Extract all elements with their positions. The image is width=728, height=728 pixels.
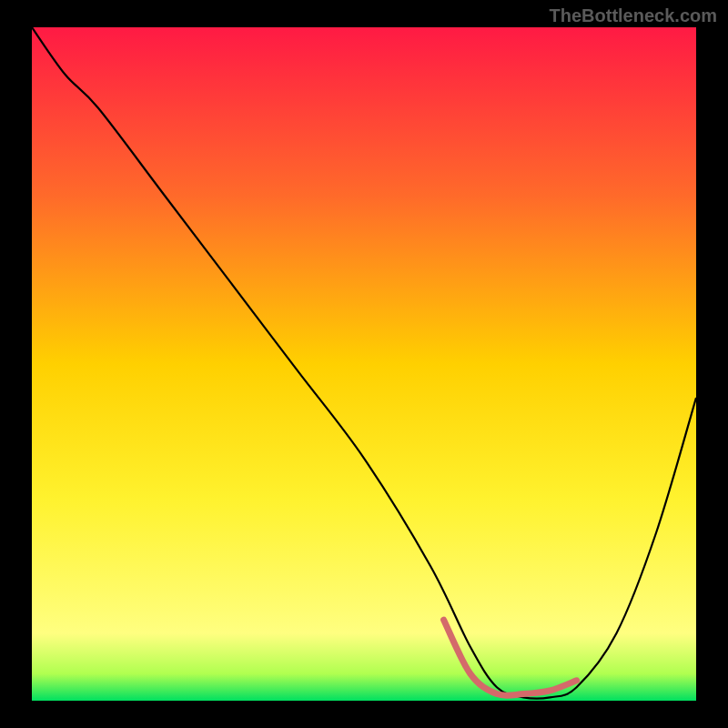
chart-svg — [32, 27, 696, 701]
watermark-text: TheBottleneck.com — [550, 5, 717, 26]
plot-frame — [32, 27, 696, 701]
chart-background — [32, 27, 696, 701]
